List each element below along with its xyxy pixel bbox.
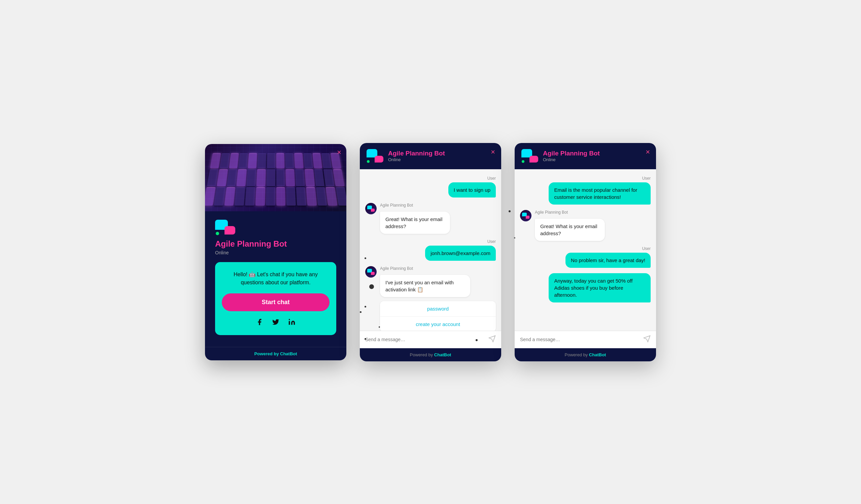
twitter-icon[interactable] — [271, 317, 281, 327]
widget1-body: Agile Planning Bot Online Hello! 🤖 Let's… — [205, 211, 346, 347]
key — [285, 153, 294, 168]
widget-chat-2: Agile Planning Bot Online × User Email i… — [515, 143, 656, 361]
deco-dot-4 — [365, 257, 366, 259]
key — [305, 169, 315, 186]
key — [276, 153, 284, 168]
close-button-widget1[interactable]: × — [337, 148, 341, 157]
key — [324, 169, 334, 186]
send-button-1[interactable] — [488, 335, 496, 344]
key — [306, 187, 317, 206]
chat-bot-name-2: Agile Planning Bot — [543, 150, 649, 157]
chat-input-row-2 — [515, 331, 656, 348]
bot-name-label-w3: Agile Planning Bot — [535, 210, 625, 215]
widget-splash: × Agile Planning Bot Online Hello! 🤖 Let… — [205, 144, 346, 360]
create-account-action-button[interactable]: create your account — [380, 317, 496, 331]
key — [237, 169, 247, 186]
key — [219, 153, 230, 168]
social-icons-row — [222, 317, 329, 327]
facebook-icon[interactable] — [255, 317, 264, 327]
greeting-text: Hello! 🤖 Let's chat if you have any ques… — [222, 270, 329, 286]
key — [224, 187, 235, 206]
ch-bubble-front-3 — [530, 156, 538, 163]
message-row-3: User jonh.brown@example.com — [365, 239, 496, 261]
bot-bubble-1: Great! What is your email address? — [380, 212, 450, 234]
message-row-w3-2: Agile Planning Bot Great! What is your e… — [520, 210, 651, 241]
bot-logo-icon — [215, 220, 235, 236]
chat-bot-status-2: Online — [543, 157, 649, 162]
bot-avatar-inner — [367, 206, 374, 212]
key — [295, 169, 305, 186]
bot-row-2: Agile Planning Bot I've just sent you an… — [365, 266, 496, 331]
greeting-card: Hello! 🤖 Let's chat if you have any ques… — [215, 262, 336, 335]
key — [266, 187, 275, 206]
keyboard-image-bg: × — [205, 144, 346, 211]
deco-dot-7 — [476, 339, 478, 341]
key — [256, 187, 265, 206]
key — [207, 169, 218, 186]
key — [235, 187, 245, 206]
user-bubble-1: I want to sign up — [448, 182, 496, 197]
chat-header-1: Agile Planning Bot Online × — [360, 143, 501, 169]
key — [248, 153, 257, 168]
key — [276, 187, 286, 206]
key — [245, 187, 256, 206]
message-row-w3-1: User Email is the most popular channel f… — [520, 176, 651, 205]
key — [266, 169, 275, 186]
action-buttons: password create your account — [380, 301, 496, 331]
bot-name-widget1: Agile Planning Bot — [215, 239, 336, 249]
user-bubble-2: jonh.brown@example.com — [425, 246, 496, 261]
message-row-w3-4: Anyway, today you can get 50% off Adidas… — [520, 273, 651, 303]
key — [314, 169, 325, 186]
key — [217, 169, 228, 186]
key — [229, 153, 239, 168]
chat-input-row-1 — [360, 331, 501, 348]
chat-footer-1: Powered by ChatBot — [360, 348, 501, 361]
user-bubble-w3-2: No problem sir, have a great day! — [565, 253, 651, 268]
bot-messages-wrap-2: Agile Planning Bot I've just sent you an… — [380, 266, 496, 331]
send-button-2[interactable] — [643, 335, 651, 344]
key — [326, 187, 338, 206]
close-button-widget2[interactable]: × — [491, 148, 495, 156]
key — [336, 187, 346, 206]
linkedin-icon[interactable] — [287, 317, 297, 327]
user-bubble-w3-3: Anyway, today you can get 50% off Adidas… — [549, 273, 651, 303]
close-button-widget3[interactable]: × — [646, 148, 650, 156]
online-indicator — [216, 232, 219, 235]
bot-avatar-inner-2 — [367, 269, 374, 275]
deco-dot-10 — [379, 326, 380, 328]
bot-avatar-w3-1 — [520, 210, 532, 221]
svg-point-0 — [289, 319, 290, 320]
deco-dot-3 — [509, 210, 510, 212]
chat-bot-name-1: Agile Planning Bot — [388, 150, 494, 157]
key — [238, 153, 248, 168]
key — [333, 169, 344, 186]
user-bubble-w3-1: Email is the most popular channel for cu… — [549, 182, 651, 205]
user-label-w3-2: User — [642, 246, 651, 251]
start-chat-button[interactable]: Start chat — [222, 293, 329, 311]
message-row-4: Agile Planning Bot I've just sent you an… — [365, 266, 496, 331]
chat-messages-2: User Email is the most popular channel f… — [515, 169, 656, 331]
key — [296, 187, 306, 206]
deco-dot-6 — [365, 306, 366, 308]
key — [276, 169, 285, 186]
ch-online-dot-2 — [522, 160, 524, 163]
bot-row-1: Agile Planning Bot Great! What is your e… — [365, 203, 470, 234]
message-row-w3-3: User No problem sir, have a great day! — [520, 246, 651, 268]
deco-dot-5 — [360, 311, 361, 313]
chat-input-2[interactable] — [520, 337, 640, 342]
key — [312, 153, 323, 168]
key — [303, 153, 313, 168]
bot-icon-area — [215, 220, 336, 236]
user-label-2: User — [487, 239, 496, 244]
chat-header-icon-2 — [521, 149, 538, 163]
key — [316, 187, 327, 206]
chat-input-1[interactable] — [365, 337, 485, 342]
password-action-button[interactable]: password — [380, 301, 496, 317]
key — [266, 153, 275, 168]
bot-name-label-1: Agile Planning Bot — [380, 203, 470, 208]
widget1-footer: Powered by ChatBot — [205, 347, 346, 360]
deco-dot-9 — [365, 338, 366, 340]
message-row-2: Agile Planning Bot Great! What is your e… — [365, 203, 496, 234]
ba-bubble-front-2 — [371, 272, 374, 275]
chat-footer-text-2: Powered by ChatBot — [519, 352, 652, 357]
